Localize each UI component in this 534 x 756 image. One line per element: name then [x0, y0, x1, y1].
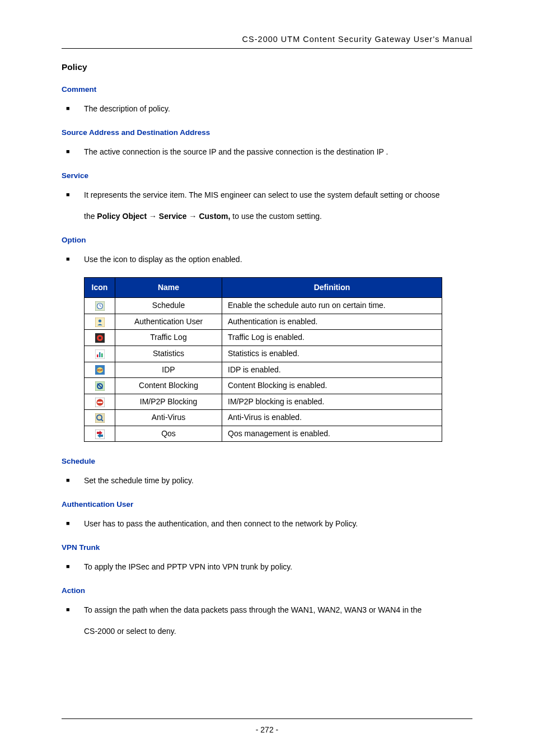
page-footer: - 272 -	[62, 718, 472, 736]
text: to use the custom setting.	[230, 212, 321, 221]
cell-definition: Qos management is enabled.	[222, 426, 442, 442]
table-row: Schedule Enable the schedule auto run on…	[85, 298, 442, 314]
idp-icon: IDP	[95, 365, 105, 375]
svg-rect-12	[101, 353, 103, 357]
list-schedule: Set the schedule time by policy.	[62, 473, 472, 488]
cell-definition: IM/P2P blocking is enabled.	[222, 394, 442, 410]
heading-source-dest: Source Address and Destination Address	[62, 128, 472, 138]
table-row: Statistics Statistics is enabled.	[85, 346, 442, 362]
text: To assign the path when the data packets…	[84, 605, 421, 614]
list-item: User has to pass the authentication, and…	[62, 516, 472, 531]
table-row: Qos Qos management is enabled.	[85, 426, 442, 442]
cell-definition: Statistics is enabled.	[222, 346, 442, 362]
table-header-row: Icon Name Definition	[85, 277, 442, 298]
list-vpn-trunk: To apply the IPSec and PPTP VPN into VPN…	[62, 559, 472, 575]
cell-name: Anti-Virus	[115, 410, 222, 426]
text: the	[84, 212, 97, 221]
list-source-dest: The active connection is the source IP a…	[62, 144, 472, 160]
cell-definition: Content Blocking is enabled.	[222, 378, 442, 394]
cell-definition: IDP is enabled.	[222, 362, 442, 378]
list-action: To assign the path when the data packets…	[62, 602, 472, 618]
table-row: Traffic Log Traffic Log is enabled.	[85, 330, 442, 346]
th-definition: Definition	[222, 277, 442, 298]
cell-name: Statistics	[115, 346, 222, 362]
list-option: Use the icon to display as the option en…	[62, 251, 472, 267]
cell-definition: Authentication is enabled.	[222, 314, 442, 330]
list-item: To apply the IPSec and PPTP VPN into VPN…	[62, 559, 472, 575]
cell-name: Content Blocking	[115, 378, 222, 394]
antivirus-icon	[95, 413, 105, 423]
heading-vpn-trunk: VPN Trunk	[62, 543, 472, 553]
service-cont: the Policy Object → Service → Custom, to…	[62, 208, 472, 224]
table-row: IM/P2P Blocking IM/P2P blocking is enabl…	[85, 394, 442, 410]
cell-name: Qos	[115, 426, 222, 442]
content-block-icon	[95, 381, 105, 391]
auth-user-icon	[95, 318, 105, 327]
list-service: It represents the service item. The MIS …	[62, 187, 472, 203]
option-icon-table: Icon Name Definition Schedule Enable the…	[84, 277, 442, 442]
svg-point-8	[99, 337, 101, 339]
cell-name: Authentication User	[115, 314, 222, 330]
page-number: - 272 -	[256, 725, 278, 734]
list-item: The active connection is the source IP a…	[62, 144, 472, 160]
statistics-icon	[95, 349, 105, 359]
list-item: It represents the service item. The MIS …	[62, 187, 472, 203]
list-item: To assign the path when the data packets…	[62, 602, 472, 618]
table-row: Authentication User Authentication is en…	[85, 314, 442, 330]
cell-definition: Enable the schedule auto run on certain …	[222, 298, 442, 314]
qos-icon	[95, 430, 105, 439]
cell-name: IDP	[115, 362, 222, 378]
traffic-log-icon	[95, 333, 105, 343]
heading-action: Action	[62, 586, 472, 596]
table-row: Anti-Virus Anti-Virus is enabled.	[85, 410, 442, 426]
imp2p-block-icon	[95, 398, 105, 407]
text: It represents the service item. The MIS …	[84, 190, 440, 199]
svg-rect-11	[99, 352, 101, 357]
th-name: Name	[115, 277, 222, 298]
cell-name: Schedule	[115, 298, 222, 314]
running-head: CS-2000 UTM Content Security Gateway Use…	[62, 34, 472, 49]
list-auth-user: User has to pass the authentication, and…	[62, 516, 472, 531]
th-icon: Icon	[85, 277, 115, 298]
cell-name: Traffic Log	[115, 330, 222, 346]
list-item: The description of policy.	[62, 101, 472, 116]
table-row: Content Blocking Content Blocking is ena…	[85, 378, 442, 394]
text-bold: Policy Object → Service → Custom,	[97, 212, 230, 221]
cell-name: IM/P2P Blocking	[115, 394, 222, 410]
svg-point-5	[98, 319, 101, 322]
heading-option: Option	[62, 235, 472, 246]
heading-service: Service	[62, 171, 472, 181]
schedule-icon	[95, 301, 105, 311]
heading-schedule: Schedule	[62, 456, 472, 467]
action-cont: CS-2000 or select to deny.	[62, 623, 472, 639]
list-item: Set the schedule time by policy.	[62, 473, 472, 488]
table-body: Schedule Enable the schedule auto run on…	[85, 298, 442, 442]
table-row: IDP IDP IDP is enabled.	[85, 362, 442, 378]
cell-definition: Anti-Virus is enabled.	[222, 410, 442, 426]
list-comment: The description of policy.	[62, 101, 472, 116]
svg-rect-10	[97, 354, 99, 357]
svg-rect-22	[97, 402, 102, 403]
heading-auth-user: Authentication User	[62, 500, 472, 510]
heading-comment: Comment	[62, 85, 472, 95]
page-title: Policy	[62, 61, 472, 73]
cell-definition: Traffic Log is enabled.	[222, 330, 442, 346]
list-item: Use the icon to display as the option en…	[62, 251, 472, 267]
svg-text:IDP: IDP	[97, 368, 102, 372]
